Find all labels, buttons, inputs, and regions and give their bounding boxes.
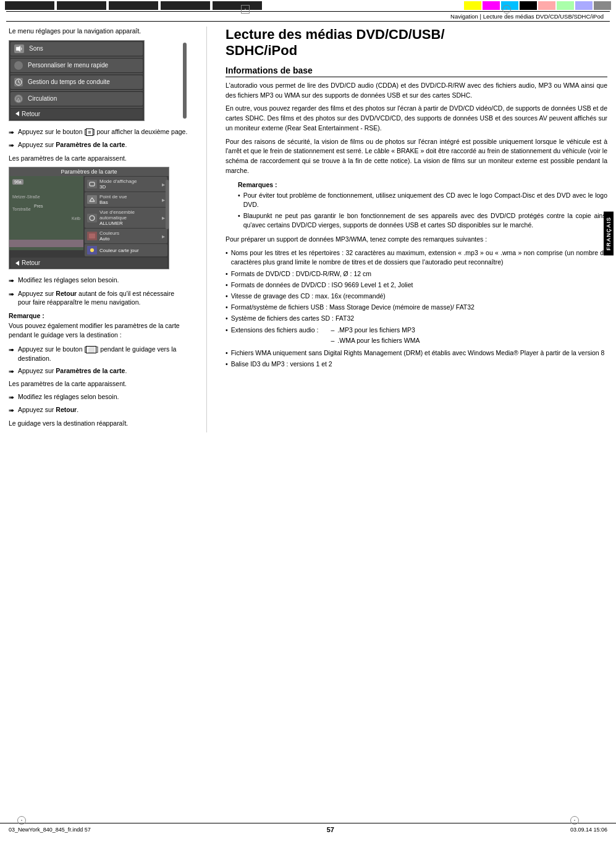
bullet-8: ➠ Appuyez sur Retour. [9,405,188,415]
map-param-day: Couleur carte jour [85,244,167,256]
menu-sep-2 [11,74,143,74]
bullet-list-item-2: Formats de DVD/CD : DVD/CD-R/RW, Ø : 12 … [226,269,607,279]
bullet-list-item-7: Extensions des fichiers audio : .MP3 pou… [226,326,607,347]
map-param-auto: Vue d'ensemble automatique ALLUMER ▸ [85,208,167,228]
param-dot-3: ▸ [162,214,165,221]
menu-item-circulation: △ Circulation [11,92,143,106]
menu-sep-1 [11,57,143,57]
bullet-list-item-4: Vitesse de gravage des CD : max. 16x (re… [226,292,607,301]
left-column: Le menu réglages pour la navigation appa… [9,27,188,432]
bullet-list-item-9: Balise ID3 du MP3 : versions 1 et 2 [226,360,607,369]
color-green-light [557,1,574,10]
bottom-left-text: 03_NewYork_840_845_fr.indd 57 [9,827,91,833]
main-content: Le menu réglages pour la navigation appa… [0,22,616,437]
menu-item-perso: Personnaliser le menu rapide [11,59,143,72]
param-dot-2: ▸ [162,196,165,203]
color-yellow [464,1,481,10]
register-mark-bottom-right [570,816,579,825]
sub-list-item-1: .MP3 pour les fichiers MP3 [331,326,420,335]
top-block-3 [109,1,158,10]
param-dot-1: ▸ [162,181,165,188]
params-label-1: Les paramètres de la carte apparaissent. [9,154,188,164]
top-block-1 [5,1,54,10]
retour-label-map: Retour [22,259,40,266]
map-road [9,240,83,247]
menu-screenshot-1: Sons Personnaliser le menu rapide Gestio… [9,40,188,121]
intro-text: Le menu réglages pour la navigation appa… [9,27,188,36]
register-mark-top-left [241,5,250,14]
bottom-bar: 03_NewYork_840_845_fr.indd 57 57 03.09.1… [0,823,616,836]
map-param-auto-label: Vue d'ensemble automatique [99,209,159,221]
bullet-list-item-5: Format/système de fichiers USB : Mass St… [226,303,607,312]
remarque-item-1: Pour éviter tout problème de fonctionnem… [238,191,607,209]
sub-list: .MP3 pour les fichiers MP3 .WMA pour les… [331,326,420,347]
francais-label: FRANÇAIS [604,212,614,256]
section-para-2: En outre, vous pouvez regarder des films… [226,104,607,133]
display-icon [87,180,97,188]
remarque-item-2: Blaupunkt ne peut pas garantir le bon fo… [238,211,607,230]
map-street-1: Metzer-Straße [12,195,40,199]
color-gray [594,1,611,10]
map-param-colors-value: Auto [99,236,159,242]
right-column: FRANÇAIS Lecture des médias DVD/CD/USB/ … [226,27,607,432]
register-mark-top-right [502,5,511,14]
section-para-1: L'autoradio vous permet de lire des DVD/… [226,81,607,101]
bullet-list-item-3: Formats de données de DVD/CD : ISO 9669 … [226,280,607,290]
map-param-colors: Couleurs Auto ▸ [85,229,167,243]
perso-icon [14,61,23,70]
bullet-5: ➠ Appuyez sur le bouton [⬜] pendant le g… [9,345,188,363]
retour-arrow-1 [15,111,19,116]
bullet-2: ➠ Appuyez sur Paramètres de la carte. [9,140,188,150]
time-icon [14,78,23,86]
column-divider [206,27,207,432]
bullet-7: ➠ Modifiez les réglages selon besoin. [9,392,188,402]
top-bar-left [0,0,459,11]
bullet-arrow-6: ➠ [9,367,14,376]
menu-item-gestion-label: Gestion du temps de conduite [28,78,110,85]
bullet-list-item-1: Noms pour les titres et les répertoires … [226,248,607,267]
top-bar [0,0,616,11]
header-text: Navigation | Lecture des médias DVD/CD/U… [450,13,604,20]
header-line: Navigation | Lecture des médias DVD/CD/U… [6,11,610,22]
bullet-text-1: Appuyez sur le bouton [≡] pour afficher … [18,127,188,137]
section-heading-1: Informations de base [226,65,607,77]
bullet-text-6: Appuyez sur Paramètres de la carte. [18,366,188,376]
menu-item-sons: Sons [11,42,143,56]
params-label-2: Les paramètres de la carte apparaissent. [9,379,188,389]
remarques-list: Pour éviter tout problème de fonctionnem… [238,191,607,230]
map-param-display-texts: Mode d'affichage 3D [99,179,159,190]
remark-text-1: Vous pouvez également modifier les param… [9,321,188,340]
map-param-auto-texts: Vue d'ensemble automatique ALLUMER [99,209,159,226]
color-blue-light [575,1,593,10]
map-pres: Pres [34,204,43,208]
map-badge: 96a [12,179,23,185]
map-param-colors-label: Couleurs [99,230,159,236]
svg-point-7 [90,216,95,221]
traffic-icon: △ [14,95,23,103]
map-param-display-label: Mode d'affichage [99,179,159,184]
top-block-5 [213,1,262,10]
page-number: 57 [327,826,334,833]
menu-item-gestion: Gestion du temps de conduite [11,75,143,89]
svg-point-9 [90,248,94,252]
map-param-view-label: Point de vue [99,194,159,200]
map-param-auto-value: ALLUMER [99,221,159,226]
para-after-remarques: Pour préparer un support de données MP3/… [226,235,607,245]
retour-label-1: Retour [22,111,40,117]
bullet-list: Noms pour les titres et les répertoires … [226,248,607,369]
bullet-arrow-5: ➠ [9,345,14,355]
map-param-view-value: Bas [99,200,159,205]
bullet-text-4: Appuyez sur Retour autant de fois qu'il … [18,289,188,307]
bullet-text-7: Modifiez les réglages selon besoin. [18,392,188,402]
bullet-arrow-4: ➠ [9,290,14,299]
retour-arrow-map [15,261,19,266]
bullet-list-item-6: Système de fichiers des cartes SD : FAT3… [226,314,607,323]
map-param-colors-texts: Couleurs Auto [99,230,159,242]
svg-rect-6 [90,182,95,186]
menu-item-sons-label: Sons [29,45,43,52]
colors-icon [87,232,97,240]
remark-title-1: Remarque : [9,312,188,319]
menu-sep-3 [11,90,143,91]
bullet-arrow-7: ➠ [9,393,14,402]
map-street-3: Keib [72,216,80,221]
